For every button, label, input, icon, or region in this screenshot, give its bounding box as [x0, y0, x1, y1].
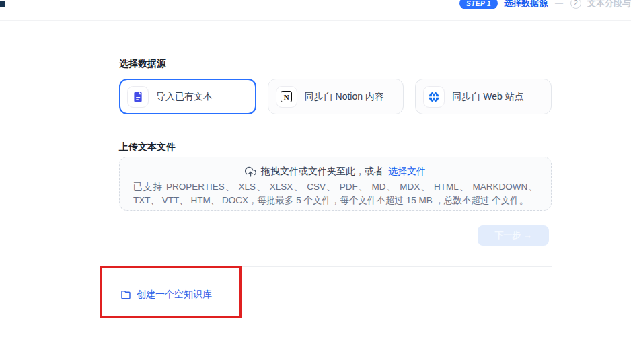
dropzone-hint: 已支持 PROPERTIES、 XLS、 XLSX、 CSV、 PDF、 MD、… — [133, 180, 537, 207]
step2-label: 文本分段与清洗 — [587, 0, 631, 9]
next-step-button[interactable]: 下一步 → — [478, 225, 549, 246]
step2-number: 2 — [570, 0, 581, 9]
card-sync-notion[interactable]: N 同步自 Notion 内容 — [268, 79, 404, 114]
datasource-cards: 导入已有文本 N 同步自 Notion 内容 同步自 Web 站点 — [119, 79, 552, 114]
file-text-icon — [127, 86, 149, 108]
card-sync-web[interactable]: 同步自 Web 站点 — [415, 79, 552, 114]
step1-label: 选择数据源 — [504, 0, 548, 9]
card-import-text[interactable]: 导入已有文本 — [119, 79, 256, 114]
step1-badge: STEP 1 — [459, 0, 498, 9]
create-empty-kb-label: 创建一个空知识库 — [137, 289, 212, 301]
step-indicator: STEP 1 选择数据源 — 2 文本分段与清洗 — [459, 0, 631, 10]
card-import-text-label: 导入已有文本 — [156, 91, 213, 103]
folder-icon — [120, 289, 131, 300]
dropzone-instruction: 拖拽文件或文件夹至此，或者 — [261, 166, 383, 178]
notion-icon: N — [276, 86, 297, 108]
menu-icon[interactable] — [0, 1, 5, 9]
card-sync-notion-label: 同步自 Notion 内容 — [305, 91, 384, 103]
browse-files-link[interactable]: 选择文件 — [388, 166, 426, 178]
section-divider — [119, 266, 552, 267]
top-header-bar: STEP 1 选择数据源 — 2 文本分段与清洗 — [0, 0, 631, 21]
step-separator: — — [555, 0, 563, 8]
upload-heading: 上传文本文件 — [119, 141, 176, 153]
file-dropzone[interactable]: 拖拽文件或文件夹至此，或者 选择文件 已支持 PROPERTIES、 XLS、 … — [119, 157, 552, 211]
create-empty-kb-link[interactable]: 创建一个空知识库 — [120, 289, 212, 301]
globe-icon — [423, 86, 445, 108]
card-sync-web-label: 同步自 Web 站点 — [452, 91, 523, 103]
create-knowledge-base-page: STEP 1 选择数据源 — 2 文本分段与清洗 选择数据源 导入已有文本 N — [0, 0, 631, 364]
upload-cloud-icon — [245, 166, 256, 178]
datasource-heading: 选择数据源 — [119, 58, 166, 70]
